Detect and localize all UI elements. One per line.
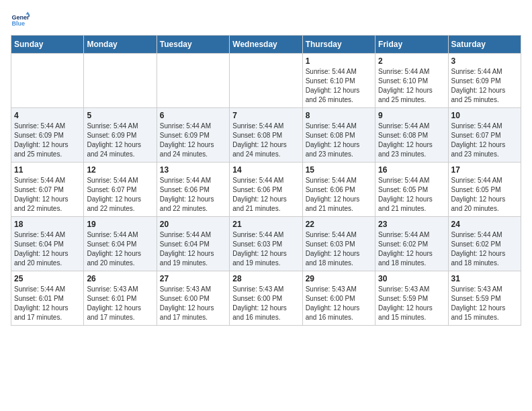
calendar-cell: 1Sunrise: 5:44 AM Sunset: 6:10 PM Daylig… [302,54,375,108]
svg-marker-2 [26,11,30,14]
day-header-friday: Friday [375,36,448,54]
day-number: 9 [378,111,445,120]
day-info: Sunrise: 5:43 AM Sunset: 5:59 PM Dayligh… [378,285,445,322]
calendar-week-5: 25Sunrise: 5:44 AM Sunset: 6:01 PM Dayli… [11,271,521,326]
day-info: Sunrise: 5:44 AM Sunset: 6:02 PM Dayligh… [378,230,445,268]
day-number: 22 [306,220,372,229]
day-header-monday: Monday [84,36,157,54]
day-info: Sunrise: 5:44 AM Sunset: 6:08 PM Dayligh… [232,122,299,159]
calendar-cell [84,54,157,108]
day-info: Sunrise: 5:44 AM Sunset: 6:06 PM Dayligh… [232,176,299,214]
day-info: Sunrise: 5:44 AM Sunset: 6:04 PM Dayligh… [14,230,81,268]
calendar-cell: 19Sunrise: 5:44 AM Sunset: 6:04 PM Dayli… [84,217,157,271]
calendar-cell: 3Sunrise: 5:44 AM Sunset: 6:09 PM Daylig… [448,54,521,108]
day-info: Sunrise: 5:44 AM Sunset: 6:10 PM Dayligh… [378,67,445,105]
logo-icon: General Blue [11,11,30,30]
day-info: Sunrise: 5:44 AM Sunset: 6:07 PM Dayligh… [14,176,81,214]
calendar-cell: 4Sunrise: 5:44 AM Sunset: 6:09 PM Daylig… [11,108,84,163]
day-info: Sunrise: 5:44 AM Sunset: 6:05 PM Dayligh… [378,176,445,214]
day-number: 31 [451,274,518,283]
day-info: Sunrise: 5:44 AM Sunset: 6:02 PM Dayligh… [451,230,518,268]
day-number: 21 [232,220,299,229]
day-info: Sunrise: 5:44 AM Sunset: 6:08 PM Dayligh… [378,122,445,159]
day-number: 18 [14,220,81,229]
calendar-cell: 27Sunrise: 5:43 AM Sunset: 6:00 PM Dayli… [157,271,229,326]
day-info: Sunrise: 5:43 AM Sunset: 6:00 PM Dayligh… [160,285,226,322]
calendar-week-3: 11Sunrise: 5:44 AM Sunset: 6:07 PM Dayli… [11,163,521,217]
day-number: 16 [378,165,445,175]
day-info: Sunrise: 5:44 AM Sunset: 6:04 PM Dayligh… [87,230,153,268]
calendar-cell: 12Sunrise: 5:44 AM Sunset: 6:07 PM Dayli… [84,163,157,217]
day-number: 14 [232,165,299,175]
day-number: 7 [232,111,299,120]
day-number: 5 [87,111,153,120]
calendar-cell: 23Sunrise: 5:44 AM Sunset: 6:02 PM Dayli… [375,217,448,271]
day-number: 2 [378,56,445,66]
day-info: Sunrise: 5:44 AM Sunset: 6:07 PM Dayligh… [451,122,518,159]
day-info: Sunrise: 5:44 AM Sunset: 6:05 PM Dayligh… [451,176,518,214]
svg-text:General: General [11,14,30,21]
day-info: Sunrise: 5:44 AM Sunset: 6:09 PM Dayligh… [451,67,518,105]
day-number: 11 [14,165,81,175]
calendar-cell: 21Sunrise: 5:44 AM Sunset: 6:03 PM Dayli… [230,217,302,271]
day-number: 28 [232,274,299,283]
day-number: 26 [87,274,153,283]
calendar-cell: 28Sunrise: 5:43 AM Sunset: 6:00 PM Dayli… [230,271,302,326]
day-number: 23 [378,220,445,229]
day-info: Sunrise: 5:44 AM Sunset: 6:07 PM Dayligh… [87,176,153,214]
day-info: Sunrise: 5:44 AM Sunset: 6:03 PM Dayligh… [232,230,299,268]
day-info: Sunrise: 5:44 AM Sunset: 6:01 PM Dayligh… [14,285,81,322]
day-number: 1 [306,56,372,66]
calendar-cell: 14Sunrise: 5:44 AM Sunset: 6:06 PM Dayli… [230,163,302,217]
calendar-cell: 29Sunrise: 5:43 AM Sunset: 6:00 PM Dayli… [302,271,375,326]
calendar-cell: 31Sunrise: 5:43 AM Sunset: 5:59 PM Dayli… [448,271,521,326]
day-number: 10 [451,111,518,120]
calendar-cell: 22Sunrise: 5:44 AM Sunset: 6:03 PM Dayli… [302,217,375,271]
calendar-cell: 7Sunrise: 5:44 AM Sunset: 6:08 PM Daylig… [230,108,302,163]
calendar-cell: 20Sunrise: 5:44 AM Sunset: 6:04 PM Dayli… [157,217,229,271]
day-number: 24 [451,220,518,229]
day-number: 27 [160,274,226,283]
calendar-cell: 10Sunrise: 5:44 AM Sunset: 6:07 PM Dayli… [448,108,521,163]
calendar-cell: 11Sunrise: 5:44 AM Sunset: 6:07 PM Dayli… [11,163,84,217]
day-header-sunday: Sunday [11,36,84,54]
calendar-cell: 5Sunrise: 5:44 AM Sunset: 6:09 PM Daylig… [84,108,157,163]
calendar-cell: 30Sunrise: 5:43 AM Sunset: 5:59 PM Dayli… [375,271,448,326]
day-number: 17 [451,165,518,175]
day-info: Sunrise: 5:44 AM Sunset: 6:09 PM Dayligh… [14,122,81,159]
day-number: 29 [306,274,372,283]
logo: General Blue [11,11,30,30]
day-info: Sunrise: 5:44 AM Sunset: 6:03 PM Dayligh… [306,230,372,268]
day-header-thursday: Thursday [302,36,375,54]
day-info: Sunrise: 5:43 AM Sunset: 6:01 PM Dayligh… [87,285,153,322]
day-number: 4 [14,111,81,120]
day-info: Sunrise: 5:44 AM Sunset: 6:09 PM Dayligh… [87,122,153,159]
day-header-tuesday: Tuesday [157,36,229,54]
calendar-cell: 13Sunrise: 5:44 AM Sunset: 6:06 PM Dayli… [157,163,229,217]
day-info: Sunrise: 5:43 AM Sunset: 6:00 PM Dayligh… [232,285,299,322]
calendar-cell: 25Sunrise: 5:44 AM Sunset: 6:01 PM Dayli… [11,271,84,326]
day-number: 13 [160,165,226,175]
calendar-cell: 24Sunrise: 5:44 AM Sunset: 6:02 PM Dayli… [448,217,521,271]
calendar-cell: 2Sunrise: 5:44 AM Sunset: 6:10 PM Daylig… [375,54,448,108]
calendar-week-4: 18Sunrise: 5:44 AM Sunset: 6:04 PM Dayli… [11,217,521,271]
calendar-cell [157,54,229,108]
day-info: Sunrise: 5:43 AM Sunset: 6:00 PM Dayligh… [306,285,372,322]
calendar-cell: 17Sunrise: 5:44 AM Sunset: 6:05 PM Dayli… [448,163,521,217]
day-number: 8 [306,111,372,120]
day-info: Sunrise: 5:44 AM Sunset: 6:06 PM Dayligh… [306,176,372,214]
day-number: 6 [160,111,226,120]
calendar-cell: 9Sunrise: 5:44 AM Sunset: 6:08 PM Daylig… [375,108,448,163]
day-number: 12 [87,165,153,175]
calendar-cell: 8Sunrise: 5:44 AM Sunset: 6:08 PM Daylig… [302,108,375,163]
day-number: 3 [451,56,518,66]
calendar-week-1: 1Sunrise: 5:44 AM Sunset: 6:10 PM Daylig… [11,54,521,108]
day-header-wednesday: Wednesday [230,36,302,54]
calendar-cell [230,54,302,108]
svg-text:Blue: Blue [11,20,25,27]
page-header: General Blue [11,11,521,30]
day-info: Sunrise: 5:44 AM Sunset: 6:09 PM Dayligh… [160,122,226,159]
day-number: 20 [160,220,226,229]
day-info: Sunrise: 5:44 AM Sunset: 6:10 PM Dayligh… [306,67,372,105]
day-number: 19 [87,220,153,229]
